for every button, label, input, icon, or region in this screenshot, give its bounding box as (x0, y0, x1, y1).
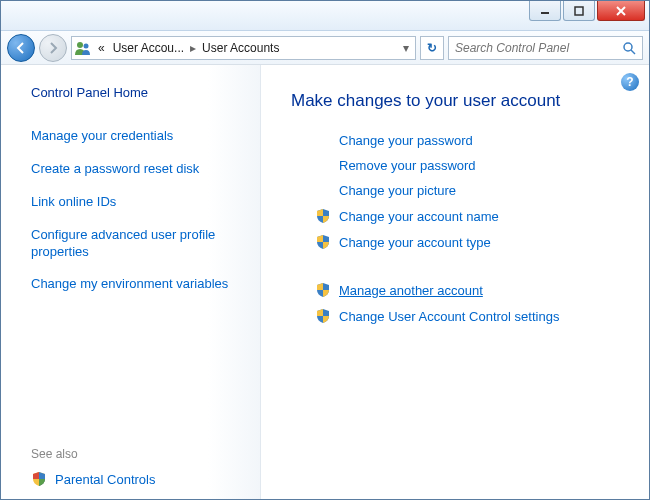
shield-icon (315, 234, 331, 250)
breadcrumb-level1[interactable]: User Accou... (109, 41, 188, 55)
main-panel: ? Make changes to your user account Chan… (261, 65, 649, 499)
action-list: Change your password Remove your passwor… (315, 133, 631, 324)
breadcrumb-separator: ▸ (188, 41, 198, 55)
sidebar-link-online-ids[interactable]: Link online IDs (31, 194, 242, 211)
breadcrumb-parent-chevron[interactable]: « (94, 41, 109, 55)
page-heading: Make changes to your user account (291, 91, 631, 111)
maximize-button[interactable] (563, 1, 595, 21)
help-button[interactable]: ? (621, 73, 639, 91)
parental-controls-link[interactable]: Parental Controls (31, 471, 242, 487)
titlebar (1, 1, 649, 31)
action-change-account-type[interactable]: Change your account type (315, 234, 631, 250)
close-button[interactable] (597, 1, 645, 21)
search-box[interactable] (448, 36, 643, 60)
content-body: Control Panel Home Manage your credentia… (1, 65, 649, 499)
sidebar-link-profile-properties[interactable]: Configure advanced user profile properti… (31, 227, 242, 261)
navigation-bar: « User Accou... ▸ User Accounts ▾ ↻ (1, 31, 649, 65)
window: « User Accou... ▸ User Accounts ▾ ↻ Cont… (0, 0, 650, 500)
action-change-password[interactable]: Change your password (315, 133, 631, 148)
sidebar-link-credentials[interactable]: Manage your credentials (31, 128, 242, 145)
shield-icon (315, 282, 331, 298)
shield-icon (315, 308, 331, 324)
action-remove-password[interactable]: Remove your password (315, 158, 631, 173)
see-also-label: See also (31, 447, 242, 461)
back-button[interactable] (7, 34, 35, 62)
shield-icon (31, 471, 47, 487)
action-change-account-name[interactable]: Change your account name (315, 208, 631, 224)
action-change-uac-settings[interactable]: Change User Account Control settings (315, 308, 631, 324)
address-dropdown[interactable]: ▾ (401, 41, 415, 55)
action-change-picture[interactable]: Change your picture (315, 183, 631, 198)
control-panel-home-link[interactable]: Control Panel Home (31, 85, 242, 100)
sidebar: Control Panel Home Manage your credentia… (1, 65, 261, 499)
sidebar-link-environment-vars[interactable]: Change my environment variables (31, 276, 242, 293)
user-accounts-icon (72, 40, 94, 56)
refresh-button[interactable]: ↻ (420, 36, 444, 60)
svg-point-6 (624, 43, 632, 51)
action-manage-another-account[interactable]: Manage another account (315, 282, 631, 298)
breadcrumb-level2[interactable]: User Accounts (198, 41, 283, 55)
address-bar[interactable]: « User Accou... ▸ User Accounts ▾ (71, 36, 416, 60)
forward-button[interactable] (39, 34, 67, 62)
search-icon (622, 41, 636, 55)
shield-icon (315, 208, 331, 224)
parental-controls-label: Parental Controls (55, 472, 155, 487)
minimize-button[interactable] (529, 1, 561, 21)
svg-rect-1 (575, 7, 583, 15)
svg-line-7 (631, 50, 635, 54)
sidebar-link-password-reset[interactable]: Create a password reset disk (31, 161, 242, 178)
svg-point-5 (84, 43, 89, 48)
svg-point-4 (77, 42, 83, 48)
search-input[interactable] (455, 41, 622, 55)
